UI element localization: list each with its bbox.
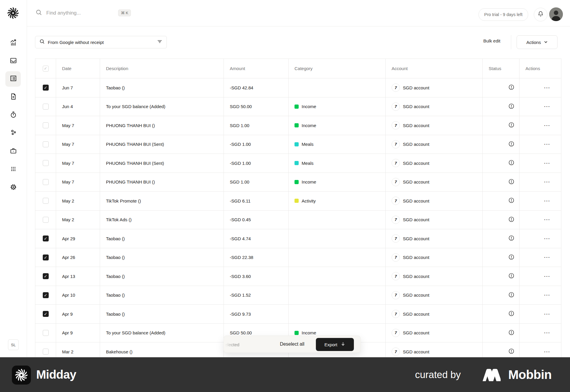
cell-category[interactable]: Income	[289, 116, 386, 135]
table-row[interactable]: ✓ Jun 7 Taobao () -SGD 42.84 7SGD accoun…	[35, 78, 561, 97]
column-header-actions[interactable]: Actions	[520, 59, 561, 78]
row-menu-button[interactable]: ···	[520, 154, 561, 173]
table-row[interactable]: May 7 PHUONG THANH BUI (Sent) -SGD 1.00 …	[35, 135, 561, 154]
sidebar-item-inbox[interactable]	[7, 55, 20, 68]
cell-status[interactable]	[483, 210, 520, 229]
table-row[interactable]: Jun 4 To your SGD balance (Added) SGD 50…	[35, 97, 561, 116]
cell-status[interactable]	[483, 116, 520, 135]
sidebar-item-tracker[interactable]	[7, 109, 20, 122]
row-checkbox[interactable]: ✓	[43, 235, 49, 241]
cell-category[interactable]: Income	[289, 173, 386, 192]
row-checkbox[interactable]	[43, 141, 49, 147]
cell-category[interactable]	[289, 248, 386, 267]
row-menu-button[interactable]: ···	[520, 173, 561, 192]
cell-description[interactable]: PHUONG THANH BUI (Sent)	[100, 154, 224, 173]
table-row[interactable]: ✓ Apr 9 Taobao () -SGD 9.73 7SGD account…	[35, 305, 561, 324]
cell-category[interactable]	[289, 286, 386, 305]
cell-description[interactable]: Taobao ()	[100, 267, 224, 286]
row-checkbox[interactable]: ✓	[43, 273, 49, 279]
cell-description[interactable]: PHUONG THANH BUI ()	[100, 173, 224, 192]
row-checkbox[interactable]	[43, 179, 49, 185]
row-menu-button[interactable]: ···	[520, 192, 561, 211]
row-checkbox[interactable]: ✓	[43, 292, 49, 298]
table-row[interactable]: ✓ Apr 13 Taobao () -SGD 3.60 7SGD accoun…	[35, 267, 561, 286]
sidebar-item-customers[interactable]	[7, 127, 20, 140]
row-checkbox[interactable]	[43, 349, 49, 355]
sidebar-item-invoices[interactable]	[7, 91, 20, 104]
table-row[interactable]: May 7 PHUONG THANH BUI (Sent) -SGD 1.00 …	[35, 154, 561, 173]
cell-category[interactable]: Meals	[289, 154, 386, 173]
row-checkbox[interactable]: ✓	[43, 85, 49, 91]
cell-category[interactable]	[289, 305, 386, 324]
sidebar-item-apps[interactable]	[7, 163, 20, 176]
notifications-button[interactable]	[534, 8, 547, 21]
column-header-account[interactable]: Account	[386, 59, 483, 78]
cell-category[interactable]	[289, 210, 386, 229]
row-menu-button[interactable]: ···	[520, 286, 561, 305]
filter-icon[interactable]	[157, 39, 162, 45]
cell-status[interactable]	[483, 78, 520, 97]
table-row[interactable]: May 2 TikTok Ads () -SGD 0.45 7SGD accou…	[35, 210, 561, 229]
column-header-category[interactable]: Category	[289, 59, 386, 78]
table-row[interactable]: ✓ Apr 10 Taobao () -SGD 1.52 7SGD accoun…	[35, 286, 561, 305]
cell-status[interactable]	[483, 229, 520, 248]
cell-status[interactable]	[483, 267, 520, 286]
cell-status[interactable]	[483, 248, 520, 267]
row-menu-button[interactable]: ···	[520, 116, 561, 135]
cell-description[interactable]: Taobao ()	[100, 78, 224, 97]
table-row[interactable]: May 7 PHUONG THANH BUI () SGD 1.00 Incom…	[35, 173, 561, 192]
row-checkbox[interactable]: ✓	[43, 311, 49, 317]
column-header-date[interactable]: Date	[56, 59, 100, 78]
column-header-status[interactable]: Status	[483, 59, 520, 78]
cell-category[interactable]	[289, 267, 386, 286]
transactions-filter-input[interactable]: From Google without receipt	[35, 36, 167, 48]
cell-description[interactable]: TikTok Ads ()	[100, 210, 224, 229]
table-row[interactable]: May 2 TikTok Promote () -SGD 6.11 Activi…	[35, 192, 561, 211]
cell-status[interactable]	[483, 154, 520, 173]
user-avatar[interactable]	[549, 7, 563, 21]
row-menu-button[interactable]: ···	[520, 248, 561, 267]
table-row[interactable]: ✓ Apr 26 Taobao () -SGD 22.38 7SGD accou…	[35, 248, 561, 267]
cell-status[interactable]	[483, 305, 520, 324]
cell-status[interactable]	[483, 286, 520, 305]
row-menu-button[interactable]: ···	[520, 97, 561, 116]
sidebar-item-settings[interactable]	[7, 181, 20, 194]
row-menu-button[interactable]: ···	[520, 78, 561, 97]
cell-description[interactable]: PHUONG THANH BUI ()	[100, 116, 224, 135]
row-checkbox[interactable]	[43, 122, 49, 128]
midday-logo-icon[interactable]	[7, 7, 20, 20]
cell-description[interactable]: To your SGD balance (Added)	[100, 97, 224, 116]
cell-category[interactable]: Meals	[289, 135, 386, 154]
team-badge[interactable]: SL	[8, 339, 19, 350]
cell-category[interactable]	[289, 78, 386, 97]
sidebar-item-transactions[interactable]	[7, 72, 20, 86]
cell-category[interactable]: Activity	[289, 192, 386, 211]
cell-status[interactable]	[483, 323, 520, 342]
cell-status[interactable]	[483, 97, 520, 116]
sidebar-item-overview[interactable]	[7, 37, 20, 50]
row-checkbox[interactable]	[43, 198, 49, 204]
cell-status[interactable]	[483, 192, 520, 211]
cell-description[interactable]: Taobao ()	[100, 229, 224, 248]
row-menu-button[interactable]: ···	[520, 305, 561, 324]
table-row[interactable]: May 7 PHUONG THANH BUI () SGD 1.00 Incom…	[35, 116, 561, 135]
cell-description[interactable]: Taobao ()	[100, 286, 224, 305]
pro-trial-button[interactable]: Pro trial - 9 days left	[479, 8, 528, 21]
row-menu-button[interactable]: ···	[520, 323, 561, 342]
column-header-description[interactable]: Description	[100, 59, 224, 78]
cell-description[interactable]: Taobao ()	[100, 248, 224, 267]
row-checkbox[interactable]	[43, 217, 49, 223]
column-header-amount[interactable]: Amount	[224, 59, 289, 78]
bulk-edit-button[interactable]: Bulk edit	[483, 38, 501, 43]
select-all-checkbox[interactable]: ✓	[43, 66, 49, 72]
row-menu-button[interactable]: ···	[520, 135, 561, 154]
row-menu-button[interactable]: ···	[520, 210, 561, 229]
cell-description[interactable]: TikTok Promote ()	[100, 192, 224, 211]
global-search[interactable]: Find anything...	[36, 0, 81, 26]
cell-description[interactable]: Taobao ()	[100, 305, 224, 324]
cell-description[interactable]: To your SGD balance (Added)	[100, 323, 224, 342]
sidebar-item-vault[interactable]	[7, 145, 20, 158]
cell-description[interactable]: PHUONG THANH BUI (Sent)	[100, 135, 224, 154]
row-menu-button[interactable]: ···	[520, 229, 561, 248]
cell-status[interactable]	[483, 135, 520, 154]
